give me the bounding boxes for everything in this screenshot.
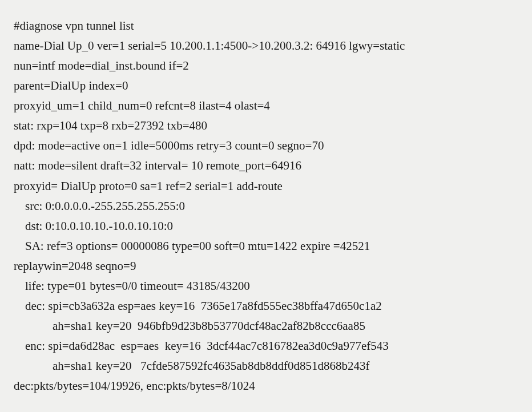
output-line: proxyid_um=1 child_num=0 refcnt=8 ilast=… [14,96,518,116]
output-line: natt: mode=silent draft=32 interval= 10 … [14,156,518,176]
output-line: ah=sha1 key=20 7cfde587592fc4635ab8db8dd… [14,356,518,376]
output-line: stat: rxp=104 txp=8 rxb=27392 txb=480 [14,116,518,136]
output-line: nun=intf mode=dial_inst.bound if=2 [14,56,518,76]
output-line: name-Dial Up_0 ver=1 serial=5 10.200.1.1… [14,36,518,56]
output-line: replaywin=2048 seqno=9 [14,256,518,276]
output-line: enc: spi=da6d28ac esp=aes key=16 3dcf44a… [14,336,518,356]
output-line: dpd: mode=active on=1 idle=5000ms retry=… [14,136,518,156]
output-line: parent=DialUp index=0 [14,76,518,96]
output-line: SA: ref=3 options= 00000086 type=00 soft… [14,236,518,256]
output-line: life: type=01 bytes=0/0 timeout= 43185/4… [14,276,518,296]
terminal-output: #diagnose vpn tunnel list name-Dial Up_0… [14,16,518,396]
output-line: dec: spi=cb3a632a esp=aes key=16 7365e17… [14,296,518,316]
output-line: ah=sha1 key=20 946bfb9d23b8b53770dcf48ac… [14,316,518,336]
cmd-line: #diagnose vpn tunnel list [14,16,518,36]
output-line: src: 0:0.0.0.0.-255.255.255.255:0 [14,196,518,216]
output-line: proxyid= DialUp proto=0 sa=1 ref=2 seria… [14,176,518,196]
output-line: dec:pkts/bytes=104/19926, enc:pkts/bytes… [14,376,518,396]
output-line: dst: 0:10.0.10.10.-10.0.10.10:0 [14,216,518,236]
